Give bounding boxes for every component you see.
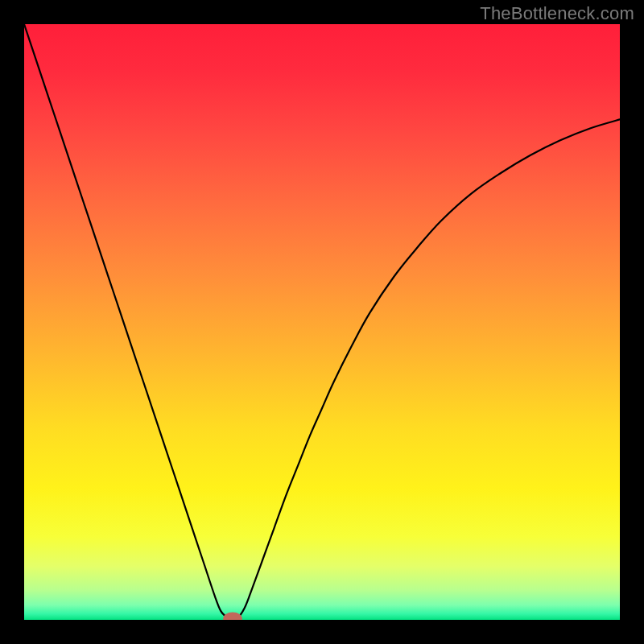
gradient-background [24,24,620,620]
chart-svg [24,24,620,620]
watermark-text: TheBottleneck.com [480,3,634,24]
plot-area [24,24,620,620]
chart-frame: TheBottleneck.com [0,0,644,644]
